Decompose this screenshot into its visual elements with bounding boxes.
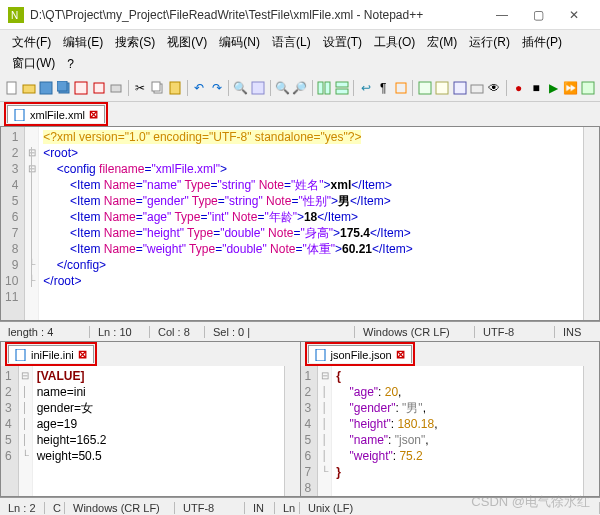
play-macro-icon[interactable]: ▶: [546, 79, 561, 97]
tab-close-icon[interactable]: ⊠: [78, 348, 87, 361]
app-icon: N: [8, 7, 24, 23]
close-all-icon[interactable]: [91, 79, 106, 97]
wrap-icon[interactable]: ↩: [358, 79, 373, 97]
editor-xml[interactable]: 1234567891011 ⊟⊟│││││└└ <?xml version="1…: [0, 126, 600, 321]
toolbar: ✂ ↶ ↷ 🔍 🔍 🔎 ↩ ¶ 👁 ● ■ ▶ ⏩: [0, 74, 600, 102]
maximize-button[interactable]: ▢: [520, 4, 556, 26]
scrollbar[interactable]: [583, 127, 599, 320]
menu-item[interactable]: 搜索(S): [109, 32, 161, 53]
indent-guide-icon[interactable]: [393, 79, 408, 97]
tab-inifile[interactable]: iniFile.ini ⊠: [8, 345, 94, 363]
file-icon: [315, 349, 327, 361]
editor-ini[interactable]: 123456 ⊟││││└ [VALUE]name=inigender=女age…: [1, 366, 300, 496]
code-area[interactable]: [VALUE]name=inigender=女age=19height=165.…: [33, 366, 284, 496]
open-icon[interactable]: [21, 79, 36, 97]
new-file-icon[interactable]: [4, 79, 19, 97]
menu-item[interactable]: 编码(N): [213, 32, 266, 53]
menu-item[interactable]: 宏(M): [421, 32, 463, 53]
status-sel: Sel : 0 |: [205, 326, 355, 338]
all-chars-icon[interactable]: ¶: [376, 79, 391, 97]
menu-item[interactable]: 插件(P): [516, 32, 568, 53]
status-col: C: [45, 502, 65, 514]
tab-label: iniFile.ini: [31, 349, 74, 361]
svg-rect-8: [94, 83, 104, 93]
menu-item[interactable]: 运行(R): [463, 32, 516, 53]
svg-rect-23: [582, 82, 594, 94]
tab-close-icon[interactable]: ⊠: [89, 108, 98, 121]
file-icon: [15, 349, 27, 361]
svg-rect-13: [252, 82, 264, 94]
svg-rect-3: [23, 85, 35, 93]
menu-item[interactable]: ?: [61, 55, 80, 73]
fold-margin[interactable]: ⊟│││││└: [318, 366, 332, 496]
status-bar-bottom: Ln : 2 C Windows (CR LF) UTF-8 IN Ln Uni…: [0, 497, 600, 515]
tab-bar-right: jsonFile.json ⊠: [301, 342, 600, 366]
svg-rect-21: [454, 82, 466, 94]
code-area[interactable]: { "age": 20, "gender": "男", "height": 18…: [332, 366, 583, 496]
code-area[interactable]: <?xml version="1.0" encoding="UTF-8" sta…: [39, 127, 583, 320]
paste-icon[interactable]: [167, 79, 182, 97]
zoom-in-icon[interactable]: 🔍: [275, 79, 290, 97]
menu-item[interactable]: 编辑(E): [57, 32, 109, 53]
rec-macro-icon[interactable]: ●: [511, 79, 526, 97]
menu-item[interactable]: 窗口(W): [6, 53, 61, 74]
status-ins[interactable]: IN: [245, 502, 275, 514]
zoom-out-icon[interactable]: 🔎: [292, 79, 307, 97]
copy-icon[interactable]: [150, 79, 165, 97]
monitor-icon[interactable]: 👁: [487, 79, 502, 97]
menu-item[interactable]: 语言(L): [266, 32, 317, 53]
bottom-split: iniFile.ini ⊠ 123456 ⊟││││└ [VALUE]name=…: [0, 341, 600, 497]
menu-item[interactable]: 工具(O): [368, 32, 421, 53]
print-icon[interactable]: [108, 79, 123, 97]
save-macro-icon[interactable]: [581, 79, 596, 97]
status-length: length : 4: [0, 326, 90, 338]
menu-item[interactable]: 设置(T): [317, 32, 368, 53]
language-icon[interactable]: [417, 79, 432, 97]
status-enc[interactable]: UTF-8: [475, 326, 555, 338]
status-eol[interactable]: Windows (CR LF): [355, 326, 475, 338]
minimize-button[interactable]: —: [484, 4, 520, 26]
stop-macro-icon[interactable]: ■: [528, 79, 543, 97]
tab-label: xmlFile.xml: [30, 109, 85, 121]
gutter: 123456: [1, 366, 19, 496]
menu-item[interactable]: 视图(V): [161, 32, 213, 53]
tab-close-icon[interactable]: ⊠: [396, 348, 405, 361]
cut-icon[interactable]: ✂: [133, 79, 148, 97]
sync-v-icon[interactable]: [317, 79, 332, 97]
svg-rect-7: [75, 82, 87, 94]
status-eol2[interactable]: Unix (LF): [300, 502, 600, 514]
svg-rect-24: [15, 109, 24, 121]
file-icon: [14, 109, 26, 121]
status-eol[interactable]: Windows (CR LF): [65, 502, 175, 514]
find-icon[interactable]: 🔍: [233, 79, 248, 97]
tab-xmlfile[interactable]: xmlFile.xml ⊠: [7, 105, 105, 123]
undo-icon[interactable]: ↶: [192, 79, 207, 97]
save-all-icon[interactable]: [56, 79, 71, 97]
gutter: 12345678: [301, 366, 319, 496]
scrollbar[interactable]: [284, 366, 300, 496]
save-icon[interactable]: [39, 79, 54, 97]
svg-rect-11: [152, 82, 160, 91]
menu-item[interactable]: 文件(F): [6, 32, 57, 53]
status-enc[interactable]: UTF-8: [175, 502, 245, 514]
play-multi-icon[interactable]: ⏩: [563, 79, 578, 97]
replace-icon[interactable]: [251, 79, 266, 97]
status-ins[interactable]: INS: [555, 326, 600, 338]
sync-h-icon[interactable]: [334, 79, 349, 97]
fold-margin[interactable]: ⊟⊟│││││└└: [25, 127, 39, 320]
fold-margin[interactable]: ⊟││││└: [19, 366, 33, 496]
close-file-icon[interactable]: [74, 79, 89, 97]
doc-map-icon[interactable]: [452, 79, 467, 97]
function-list-icon[interactable]: [435, 79, 450, 97]
tab-jsonfile[interactable]: jsonFile.json ⊠: [308, 345, 412, 363]
scrollbar[interactable]: [583, 366, 599, 496]
status-col: Col : 8: [150, 326, 205, 338]
folder-icon[interactable]: [469, 79, 484, 97]
svg-rect-2: [7, 82, 16, 94]
close-button[interactable]: ✕: [556, 4, 592, 26]
svg-rect-25: [16, 349, 25, 361]
redo-icon[interactable]: ↷: [209, 79, 224, 97]
svg-rect-9: [111, 85, 121, 92]
editor-json[interactable]: 12345678 ⊟│││││└ { "age": 20, "gender": …: [301, 366, 600, 496]
svg-rect-14: [318, 82, 323, 94]
